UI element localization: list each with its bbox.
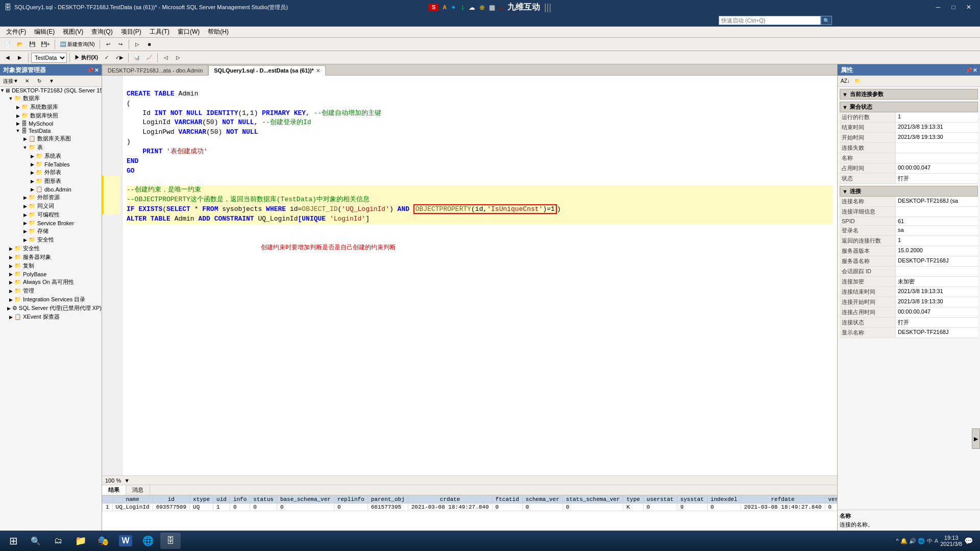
new-query-btn[interactable]: 📄 [2, 39, 13, 50]
save-all-btn[interactable]: 💾+ [39, 39, 52, 50]
maximize-button[interactable]: □ [946, 2, 961, 12]
col-name: name [112, 496, 153, 504]
taskbar-clock[interactable]: 19:13 2021/3/8 [940, 535, 962, 547]
oe-pin-btn[interactable]: 📌 [87, 67, 93, 73]
tree-item-sql-agent[interactable]: ▶ ⚙ SQL Server 代理(已禁用代理 XP) [0, 304, 102, 313]
editor-container[interactable]: CREATE TABLE Admin ( Id INT NOT NULL IDE… [102, 76, 837, 531]
left-btn[interactable]: ◁ [160, 52, 172, 63]
tab-close-icon[interactable]: ✕ [316, 68, 320, 74]
tree-item-synonyms[interactable]: ▶ 📁 同义词 [0, 202, 102, 210]
menu-query[interactable]: 查询(Q) [87, 27, 116, 37]
tree-item-storage[interactable]: ▶ 📁 存储 [0, 227, 102, 235]
cell-id: 693577509 [153, 504, 189, 511]
taskbar-ssms-btn[interactable]: 🗄 [160, 533, 181, 549]
menu-tools[interactable]: 工具(T) [145, 27, 174, 37]
tree-item-alwayson[interactable]: ▶ 📁 Always On 高可用性 [0, 278, 102, 286]
tree-item-dbo-admin[interactable]: ▶ 📋 dbo.Admin [0, 185, 102, 193]
taskbar-explorer-btn[interactable]: 📁 [70, 533, 91, 549]
taskbar-browser-btn[interactable]: 🌐 [138, 533, 158, 549]
tree-item-ext-resources[interactable]: ▶ 📁 外部资源 [0, 193, 102, 202]
label-login: 登录名 [840, 226, 896, 235]
save-btn[interactable]: 💾 [27, 39, 38, 50]
debug-btn[interactable]: ▷ [132, 39, 143, 50]
tree-item-filetables[interactable]: ▶ 📁 FileTables [0, 160, 102, 168]
taskbar-search-btn[interactable]: 🔍 [26, 533, 46, 549]
close-button[interactable]: ✕ [962, 2, 976, 12]
back-btn[interactable]: ◀ [2, 52, 13, 63]
tab-query[interactable]: SQLQuery1.sql - D...estData (sa (61))* ✕ [208, 65, 326, 76]
menu-project[interactable]: 项目(P) [117, 27, 145, 37]
prop-cat-btn[interactable]: 📁 [852, 76, 863, 87]
section-header-conn[interactable]: ▼ 连接 [840, 186, 978, 197]
menu-edit[interactable]: 编辑(E) [30, 27, 59, 37]
tree-item-service-broker[interactable]: ▶ 📁 Service Broker [0, 219, 102, 227]
stats-btn[interactable]: 📈 [143, 52, 155, 63]
tree-item-server-objects[interactable]: ▶ 📁 服务器对象 [0, 253, 102, 261]
tab-messages[interactable]: 消息 [126, 485, 150, 495]
fwd-btn[interactable]: ▶ [14, 52, 26, 63]
tree-item-xevent[interactable]: ▶ 📋 XEvent 探查器 [0, 313, 102, 321]
execute-btn[interactable]: ▶ 执行(X) [72, 52, 100, 63]
oe-disconnect-btn[interactable]: ✕ [21, 76, 33, 87]
taskbar-taskview-btn[interactable]: 🗂 [48, 533, 68, 549]
tree-item-sys-tables[interactable]: ▶ 📁 系统表 [0, 152, 102, 160]
tree-item-ext-tables[interactable]: ▶ 📁 外部表 [0, 168, 102, 177]
parse-btn[interactable]: ✓▶ [113, 52, 126, 63]
oe-close-btn[interactable]: ✕ [94, 67, 99, 73]
prop-sort-btn[interactable]: AZ↓ [839, 76, 852, 87]
tree-item-testdata[interactable]: ▼ 🗄 TestData [0, 127, 102, 134]
include-plan-btn[interactable]: 📊 [131, 52, 142, 63]
undo-btn[interactable]: ↩ [103, 39, 114, 50]
sql-editor[interactable]: CREATE TABLE Admin ( Id INT NOT NULL IDE… [102, 76, 837, 475]
tree-item-databases[interactable]: ▼ 📁 数据库 [0, 94, 102, 103]
tree-item-integration-services[interactable]: ▶ 📁 Integration Services 目录 [0, 295, 102, 304]
code-content[interactable]: CREATE TABLE Admin ( Id INT NOT NULL IDE… [122, 76, 837, 475]
prop-pin-btn[interactable]: 📌 [966, 67, 972, 73]
redo-btn[interactable]: ↪ [115, 39, 126, 50]
taskbar-notification-btn[interactable]: 💬 [964, 537, 973, 545]
cell-uid: 1 [213, 504, 230, 511]
prop-close-btn[interactable]: ✕ [973, 67, 977, 73]
tree-item-programmability[interactable]: ▶ 📁 可编程性 [0, 210, 102, 219]
oe-filter-btn[interactable]: ▼ [46, 76, 57, 87]
oe-tree-container[interactable]: ▼ 🖥 DESKTOP-TF2168J (SQL Server 15.0. ▼ … [0, 87, 102, 531]
tree-item-diagrams[interactable]: ▶ 📋 数据库关系图 [0, 134, 102, 143]
new-query-toolbar-btn[interactable]: 🆕 新建查询(N) [58, 39, 97, 50]
right-btn[interactable]: ▷ [173, 52, 184, 63]
menu-file[interactable]: 文件(F) [2, 27, 30, 37]
menu-help[interactable]: 帮助(H) [204, 27, 233, 37]
minimize-button[interactable]: ─ [931, 2, 945, 12]
tree-item-security[interactable]: ▶ 📁 安全性 [0, 244, 102, 253]
tree-item-tables[interactable]: ▼ 📁 表 [0, 143, 102, 152]
results-grid[interactable]: name id xtype uid info status base_schem… [102, 495, 837, 531]
tab-results[interactable]: 结果 [102, 485, 126, 495]
menu-window[interactable]: 窗口(W) [174, 27, 204, 37]
section-header-current-conn[interactable]: ▼ 当前连接参数 [840, 89, 978, 100]
tree-item-server[interactable]: ▼ 🖥 DESKTOP-TF2168J (SQL Server 15.0. [0, 87, 102, 94]
tab-admin[interactable]: DESKTOP-TF2168J...ata - dbo.Admin [102, 65, 208, 75]
taskbar-start-btn[interactable]: ⊞ [3, 533, 23, 549]
expand-btn[interactable]: ▶ [972, 428, 980, 449]
taskbar-app2-btn[interactable]: 🎭 [93, 533, 113, 549]
open-btn[interactable]: 📂 [14, 39, 26, 50]
quick-search-input[interactable] [719, 16, 821, 25]
tree-item-snapshots[interactable]: ▶ 📁 数据库快照 [0, 111, 102, 120]
tree-item-sys-db[interactable]: ▶ 📁 系统数据库 [0, 103, 102, 111]
taskbar-word-btn[interactable]: W [115, 533, 136, 549]
tree-item-security-db[interactable]: ▶ 📁 安全性 [0, 235, 102, 244]
search-button[interactable]: 🔍 [821, 16, 832, 25]
oe-refresh-btn[interactable]: ↻ [34, 76, 45, 87]
tree-item-myschool[interactable]: ▶ 🗄 MySchool [0, 120, 102, 127]
debug2-btn[interactable]: ✓ [101, 52, 112, 63]
tree-item-graph-tables[interactable]: ▶ 📁 图形表 [0, 177, 102, 185]
prop-row-name: 名称 [840, 153, 978, 163]
oe-connect-btn[interactable]: 连接▼ [1, 76, 20, 87]
stop-btn[interactable]: ■ [144, 39, 155, 50]
tree-item-management[interactable]: ▶ 📁 管理 [0, 286, 102, 295]
database-select[interactable]: TestData [31, 53, 67, 63]
section-header-agg[interactable]: ▼ 聚合状态 [840, 102, 978, 112]
zoom-dropdown-btn[interactable]: ▼ [124, 477, 130, 484]
tree-item-replication[interactable]: ▶ 📁 复制 [0, 261, 102, 270]
menu-view[interactable]: 视图(V) [59, 27, 87, 37]
tree-item-polybase[interactable]: ▶ 📁 PolyBase [0, 270, 102, 278]
